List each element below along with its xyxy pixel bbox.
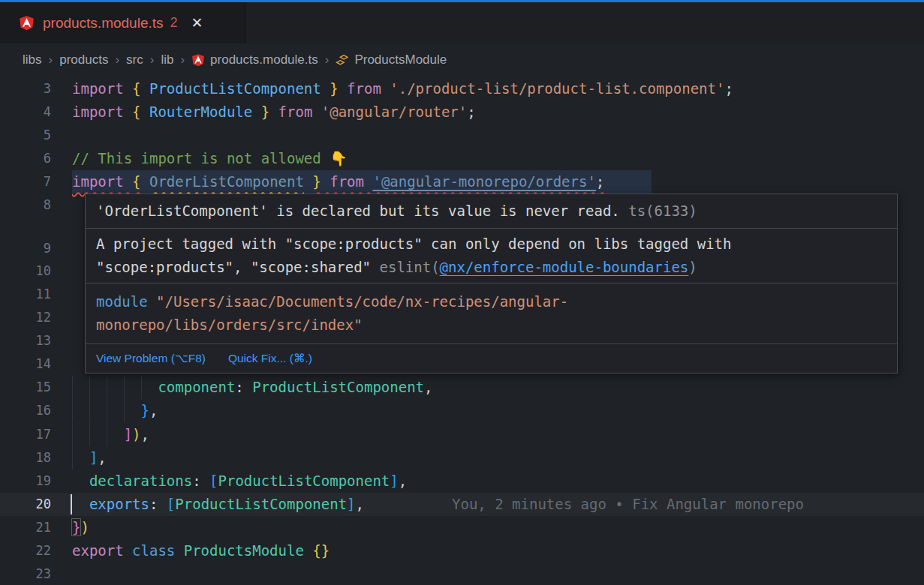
code-token: {} bbox=[312, 542, 330, 559]
code-line-19[interactable]: 19 declarations: [ProductListComponent], bbox=[0, 470, 924, 493]
code-line-22[interactable]: 22export class ProductsModule {} bbox=[0, 539, 924, 562]
hover-action-bar: View Problem (⌥F8)Quick Fix... (⌘.) bbox=[86, 344, 897, 373]
code-token: './product-list/product-list.component' bbox=[390, 80, 724, 97]
hover-section-module-path: module "/Users/isaac/Documents/code/nx-r… bbox=[86, 283, 897, 344]
code-token: , bbox=[356, 496, 364, 512]
text-cursor bbox=[71, 494, 72, 514]
hover-text: monorepo/libs/orders/src/index" bbox=[96, 316, 363, 333]
code-text: import { RouterModule } from '@angular/r… bbox=[72, 100, 476, 124]
view-problem-link[interactable]: View Problem (⌥F8) bbox=[96, 352, 206, 365]
code-text: ]), bbox=[72, 423, 149, 446]
code-token: : bbox=[235, 379, 252, 395]
code-token: { bbox=[132, 173, 140, 190]
code-token bbox=[72, 449, 89, 466]
breadcrumb-item-products-module-ts[interactable]: products.module.ts bbox=[191, 52, 318, 68]
code-token: { bbox=[132, 80, 140, 97]
code-token: } bbox=[141, 402, 149, 418]
git-blame-annotation: You, 2 minutes ago • Fix Angular monorep… bbox=[452, 493, 804, 516]
code-token: , bbox=[149, 402, 158, 418]
breadcrumb-label: src bbox=[126, 52, 143, 68]
line-number: 11 bbox=[0, 283, 51, 306]
code-token: ProductListComponent bbox=[175, 496, 347, 512]
hover-text: module bbox=[96, 293, 156, 310]
code-token: import bbox=[72, 80, 132, 97]
error-squiggle: import { OrderListComponent } from '@ang… bbox=[72, 173, 604, 190]
code-token: ] bbox=[89, 449, 98, 466]
code-line-4[interactable]: 4import { RouterModule } from '@angular/… bbox=[0, 100, 924, 124]
code-token: OrderListComponent bbox=[149, 173, 304, 190]
code-token: ) bbox=[80, 519, 89, 536]
code-line-21[interactable]: 21}) bbox=[0, 516, 924, 539]
chevron-right-icon: › bbox=[180, 52, 185, 68]
code-line-17[interactable]: 17 ]), bbox=[0, 423, 924, 446]
chevron-right-icon: › bbox=[49, 52, 53, 68]
breadcrumb-item-lib[interactable]: lib bbox=[161, 52, 173, 68]
code-token: [ bbox=[209, 472, 218, 489]
code-token: ] bbox=[124, 426, 132, 442]
hover-text: A project tagged with "scope:products" c… bbox=[96, 236, 731, 252]
code-token: ProductListComponent bbox=[252, 379, 424, 395]
window-accent-bar bbox=[0, 0, 924, 2]
code-token bbox=[72, 496, 89, 512]
code-token: : bbox=[149, 496, 167, 512]
code-token: export bbox=[72, 542, 132, 559]
code-token: component bbox=[158, 379, 235, 395]
code-line-16[interactable]: 16 }, bbox=[0, 399, 924, 422]
line-number: 20 bbox=[0, 493, 51, 516]
code-token: ; bbox=[596, 173, 604, 190]
breadcrumb-label: products.module.ts bbox=[210, 52, 318, 68]
line-number: 3 bbox=[0, 77, 51, 100]
code-token: [ bbox=[167, 496, 175, 512]
code-token: exports bbox=[89, 496, 149, 512]
code-line-5[interactable]: 5 bbox=[0, 124, 924, 147]
hover-text-line: "scope:products", "scope:shared" eslint(… bbox=[96, 256, 886, 279]
breadcrumb: libs›products›src›lib›products.module.ts… bbox=[0, 44, 924, 76]
code-text: import { OrderListComponent } from '@ang… bbox=[72, 170, 604, 194]
code-line-15[interactable]: 15 component: ProductListComponent, bbox=[0, 376, 924, 399]
line-number: 15 bbox=[0, 376, 51, 399]
line-number: 13 bbox=[0, 329, 51, 352]
close-icon[interactable]: ✕ bbox=[191, 16, 203, 30]
code-token bbox=[72, 472, 89, 489]
code-line-20[interactable]: 20 exports: [ProductListComponent],You, … bbox=[0, 493, 924, 516]
line-number: 9 bbox=[0, 237, 51, 260]
line-number: 7 bbox=[0, 170, 51, 194]
code-token: } bbox=[261, 104, 269, 120]
breadcrumb-item-productsmodule[interactable]: ProductsModule bbox=[336, 52, 447, 68]
code-line-7[interactable]: 7import { OrderListComponent } from '@an… bbox=[0, 170, 924, 194]
line-number: 10 bbox=[0, 260, 51, 283]
active-tab[interactable]: products.module.ts 2 ✕ bbox=[0, 2, 245, 44]
code-token: RouterModule bbox=[141, 104, 261, 120]
code-text: declarations: [ProductListComponent], bbox=[72, 470, 407, 493]
line-number: 22 bbox=[0, 539, 51, 562]
hover-text: ts(6133) bbox=[620, 202, 697, 219]
code-token: , bbox=[98, 449, 106, 466]
module-specifier-link: '@angular-monorepo/orders' bbox=[372, 173, 595, 190]
code-text: export class ProductsModule {} bbox=[72, 539, 330, 562]
line-number: 8 bbox=[0, 194, 51, 217]
code-token: } bbox=[72, 519, 80, 536]
code-line-3[interactable]: 3import { ProductListComponent } from '.… bbox=[0, 77, 924, 100]
code-token: from bbox=[321, 173, 373, 190]
code-token: , bbox=[141, 426, 149, 442]
code-token: import bbox=[72, 173, 132, 190]
code-token bbox=[72, 402, 141, 418]
hover-text-line: 'OrderListComponent' is declared but its… bbox=[96, 200, 886, 223]
breadcrumb-item-libs[interactable]: libs bbox=[23, 52, 42, 68]
code-text: exports: [ProductListComponent], bbox=[72, 493, 364, 516]
code-line-18[interactable]: 18 ], bbox=[0, 446, 924, 470]
line-number: 12 bbox=[0, 306, 51, 329]
quick-fix-link[interactable]: Quick Fix... (⌘.) bbox=[228, 352, 312, 365]
code-line-6[interactable]: 6// This import is not allowed 👇 bbox=[0, 147, 924, 170]
code-line-23[interactable]: 23 bbox=[0, 562, 924, 585]
breadcrumb-label: ProductsModule bbox=[354, 52, 447, 68]
breadcrumb-item-products[interactable]: products bbox=[59, 52, 108, 68]
code-token: ) bbox=[132, 426, 140, 442]
breadcrumb-item-src[interactable]: src bbox=[126, 52, 143, 68]
angular-icon bbox=[191, 53, 205, 67]
code-token bbox=[72, 426, 124, 442]
line-number: 19 bbox=[0, 470, 51, 493]
eslint-rule-link[interactable]: @nx/enforce-module-boundaries bbox=[440, 259, 689, 275]
hover-popup: 'OrderListComponent' is declared but its… bbox=[85, 194, 898, 374]
code-token: : bbox=[192, 472, 209, 489]
